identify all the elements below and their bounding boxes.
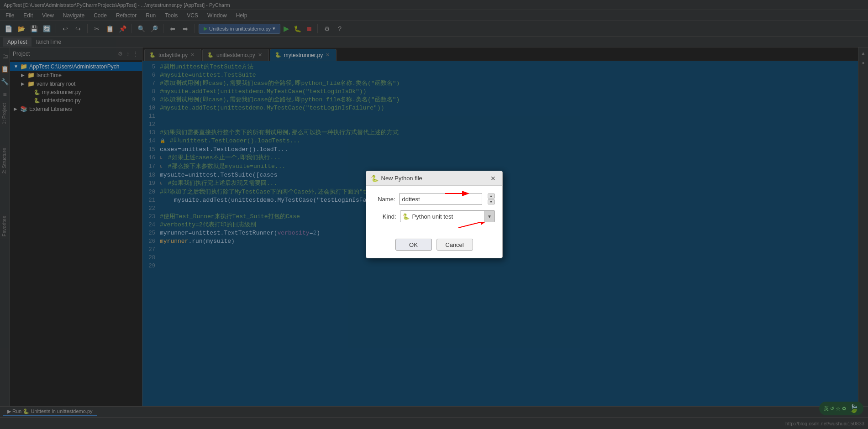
kind-label: Kind: [374, 213, 396, 220]
name-label: Name: [374, 196, 395, 203]
modal-buttons: OK Cancel [374, 239, 495, 251]
modal-title-bar: 🐍 New Python file ✕ [366, 171, 502, 186]
ok-button[interactable]: OK [395, 239, 432, 251]
kind-select-icon: 🐍 [402, 213, 410, 220]
kind-select-arrow: ▼ [484, 211, 494, 222]
sort-down-btn[interactable]: ▼ [488, 199, 495, 204]
kind-select-value: Python unit test [412, 213, 493, 220]
cancel-button[interactable]: Cancel [437, 239, 473, 251]
modal-dialog: 🐍 New Python file ✕ Name: [366, 171, 503, 258]
modal-title: New Python file [381, 175, 486, 182]
modal-close-button[interactable]: ✕ [489, 174, 498, 183]
sort-up-btn[interactable]: ▲ [488, 194, 495, 199]
name-field-row: Name: ▲ [374, 193, 495, 205]
modal-body: Name: ▲ [366, 186, 502, 258]
kind-select[interactable]: 🐍 Python unit test ▼ [400, 210, 495, 222]
modal-overlay: 🐍 New Python file ✕ Name: [0, 0, 868, 429]
modal-python-icon: 🐍 [371, 175, 379, 182]
name-input[interactable] [399, 193, 482, 205]
kind-field-row: Kind: 🐍 Python unit test ▼ [374, 210, 495, 222]
